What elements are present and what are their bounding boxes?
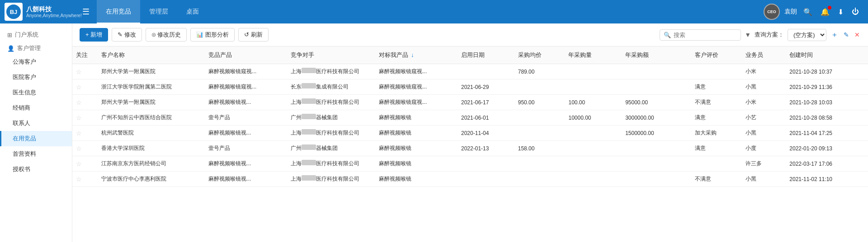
- star-icon[interactable]: ☆: [76, 84, 82, 91]
- history-button[interactable]: ⊙ 修改历史: [146, 28, 187, 42]
- rating-cell: [691, 64, 742, 79]
- rating-cell: 不满意: [691, 95, 742, 110]
- amount-cell: 95000.00: [622, 95, 691, 110]
- sidebar-item-yishengxinxi[interactable]: 医生信息: [0, 85, 72, 100]
- table-row: ☆ 广州不知所云中西医结合医院 壹号产品 广州器械集团 麻醉视频喉镜 2021-…: [72, 110, 868, 126]
- col-header-customer[interactable]: 客户名称: [98, 47, 205, 64]
- chart-button[interactable]: 📊 图形分析: [190, 28, 235, 42]
- sidebar-item-yiyuankehu[interactable]: 医院客户: [0, 70, 72, 85]
- filter-scheme-select[interactable]: (空方案): [788, 29, 826, 41]
- logo-text: 八骿科技: [26, 5, 82, 13]
- star-cell[interactable]: ☆: [72, 156, 98, 172]
- star-icon[interactable]: ☆: [76, 130, 82, 137]
- download-icon-btn[interactable]: ⬇: [836, 6, 845, 18]
- col-header-amount[interactable]: 年采购额: [622, 47, 691, 64]
- nav-tab-zaiyongjingpin[interactable]: 在用竞品: [97, 0, 140, 23]
- sidebar-item-jingxiaoshang[interactable]: 经销商: [0, 100, 72, 116]
- star-cell[interactable]: ☆: [72, 64, 98, 79]
- col-header-product[interactable]: 竞品产品: [205, 47, 287, 64]
- date-cell: [458, 172, 514, 187]
- create-cell: 2021-11-04 17:25: [786, 126, 868, 141]
- nav-right-area: CEO 袁朗 🔍 🔔 ⬇ ⏻: [764, 4, 868, 20]
- salesman-cell: 小米: [742, 95, 786, 110]
- col-header-price[interactable]: 采购均价: [514, 47, 565, 64]
- add-button[interactable]: + 新增: [80, 28, 108, 42]
- date-cell: [458, 64, 514, 79]
- svg-text:BJ: BJ: [10, 9, 18, 15]
- price-cell: [514, 79, 565, 95]
- main-layout: ⊞ 门户系统 👤 客户管理 公海客户 医院客户 医生信息 经销商 联系人 在用竞…: [0, 23, 868, 242]
- star-icon[interactable]: ☆: [76, 176, 82, 183]
- sidebar-section-portal[interactable]: ⊞ 门户系统: [0, 27, 72, 41]
- date-cell: 2022-01-13: [458, 141, 514, 156]
- myprod-cell: 麻醉视频喉镜: [375, 172, 458, 187]
- hamburger-button[interactable]: ☰: [77, 7, 95, 17]
- col-header-rating[interactable]: 客户评价: [691, 47, 742, 64]
- main-content: + 新增 ✎ 修改 ⊙ 修改历史 📊 图形分析 ↺ 刷新 🔍 ▼ 查询方案： (…: [72, 23, 868, 242]
- col-header-myprod[interactable]: 对标我产品 ↓: [375, 47, 458, 64]
- user-name-label[interactable]: 袁朗: [784, 8, 797, 16]
- customer-cell: 郑州大学第一附属医院: [98, 64, 205, 79]
- col-header-competitor[interactable]: 竞争对手: [287, 47, 376, 64]
- star-icon[interactable]: ☆: [76, 99, 82, 106]
- sidebar-item-shouyingziliao[interactable]: 首营资料: [0, 146, 72, 162]
- filter-add-button[interactable]: ＋: [830, 29, 839, 41]
- product-cell: 麻醉视频喉镜窥视...: [205, 64, 287, 79]
- create-cell: 2021-10-28 10:03: [786, 95, 868, 110]
- table-row: ☆ 郑州大学第一附属医院 麻醉视频喉镜窥视... 上海医疗科技有限公司 麻醉视频…: [72, 64, 868, 79]
- col-header-date[interactable]: 启用日期: [458, 47, 514, 64]
- table-row: ☆ 香港大学深圳医院 壹号产品 广州器械集团 麻醉视频喉镜 2022-01-13…: [72, 141, 868, 156]
- logout-icon-btn[interactable]: ⏻: [850, 6, 861, 18]
- notification-icon-btn[interactable]: 🔔: [819, 6, 831, 18]
- logo-area: BJ 八骿科技 Anyone,Anytime,Anywhere!: [5, 3, 77, 21]
- competitor-cell: 上海医疗科技有限公司: [287, 172, 376, 187]
- star-cell[interactable]: ☆: [72, 110, 98, 126]
- sidebar-section-customer[interactable]: 👤 客户管理: [0, 41, 72, 54]
- filter-edit-button[interactable]: ✎: [843, 30, 850, 39]
- myprod-cell: 麻醉视频喉镜: [375, 141, 458, 156]
- qty-cell: [565, 172, 622, 187]
- search-icon-btn[interactable]: 🔍: [802, 6, 814, 18]
- product-cell: 壹号产品: [205, 110, 287, 126]
- date-cell: 2021-06-29: [458, 79, 514, 95]
- qty-cell: [565, 79, 622, 95]
- rating-cell: 满意: [691, 79, 742, 95]
- star-cell[interactable]: ☆: [72, 126, 98, 141]
- price-cell: [514, 126, 565, 141]
- star-icon[interactable]: ☆: [76, 114, 82, 121]
- customer-cell: 浙江大学医学院附属第二医院: [98, 79, 205, 95]
- nav-tab-zhuomian[interactable]: 桌面: [177, 0, 208, 23]
- amount-cell: [622, 172, 691, 187]
- star-cell[interactable]: ☆: [72, 95, 98, 110]
- amount-cell: [622, 141, 691, 156]
- sidebar-item-gonghaikehu[interactable]: 公海客户: [0, 54, 72, 70]
- star-cell[interactable]: ☆: [72, 141, 98, 156]
- star-icon[interactable]: ☆: [76, 160, 82, 168]
- user-avatar[interactable]: CEO: [764, 4, 780, 20]
- product-cell: 麻醉视频喉镜视...: [205, 126, 287, 141]
- qty-cell: [565, 141, 622, 156]
- star-icon[interactable]: ☆: [76, 68, 82, 75]
- sidebar-item-zaiyongjingpin[interactable]: 在用竞品: [0, 131, 72, 146]
- portal-icon: ⊞: [7, 32, 12, 38]
- col-header-qty[interactable]: 年采购量: [565, 47, 622, 64]
- nav-tab-guanliceng[interactable]: 管理层: [140, 0, 177, 23]
- filter-label: 查询方案：: [755, 31, 784, 39]
- rating-cell: 满意: [691, 141, 742, 156]
- customer-cell: 宁波市医疗中心李惠利医院: [98, 172, 205, 187]
- sidebar-item-lianxiren[interactable]: 联系人: [0, 116, 72, 131]
- refresh-button[interactable]: ↺ 刷新: [238, 28, 269, 42]
- sidebar-item-shouquanshu[interactable]: 授权书: [0, 162, 72, 177]
- search-input[interactable]: [674, 32, 737, 38]
- star-cell[interactable]: ☆: [72, 79, 98, 95]
- star-icon[interactable]: ☆: [76, 145, 82, 152]
- edit-button[interactable]: ✎ 修改: [112, 28, 142, 42]
- star-cell[interactable]: ☆: [72, 172, 98, 187]
- product-cell: 麻醉视频喉镜窥视...: [205, 79, 287, 95]
- top-navigation: BJ 八骿科技 Anyone,Anytime,Anywhere! ☰ 在用竞品 …: [0, 0, 868, 23]
- col-header-salesman[interactable]: 业务员: [742, 47, 786, 64]
- product-cell: 壹号产品: [205, 141, 287, 156]
- col-header-create[interactable]: 创建时间: [786, 47, 868, 64]
- salesman-cell: 许三多: [742, 156, 786, 172]
- filter-clear-button[interactable]: ✕: [854, 30, 861, 39]
